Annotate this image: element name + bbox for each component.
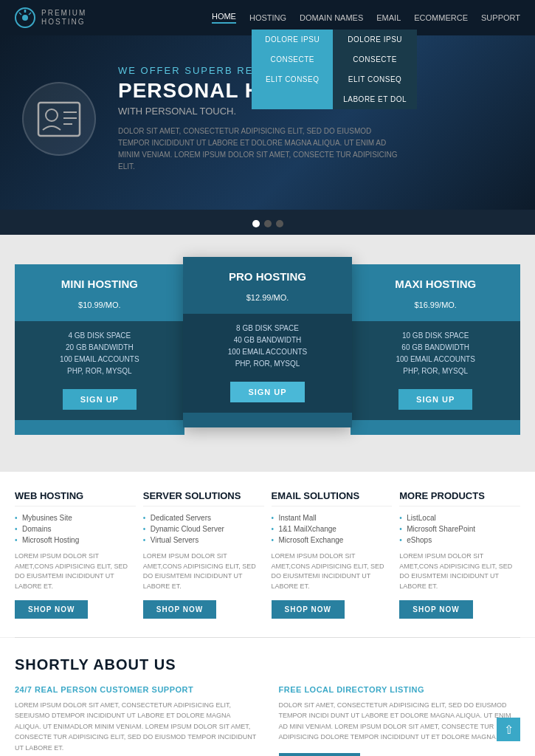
dropdown-item-3[interactable]: ELIT CONSEQ	[252, 69, 333, 89]
mini-name: MINI HOSTING	[22, 278, 177, 290]
more-desc: LOREM IPSUM DOLOR SIT AMET,CONS ADIPISIC…	[399, 551, 520, 591]
nav-ecommerce[interactable]: ECOMMERCE	[414, 13, 468, 22]
hero-description: DOLOR SIT AMET, CONSECTETUR ADIPISICING …	[118, 126, 398, 173]
id-card-icon	[37, 99, 81, 140]
mini-feat-2: 20 GB BANDWIDTH	[22, 343, 177, 351]
dropdown-sec-item-3[interactable]: ELIT CONSEQ	[333, 69, 417, 89]
nav-home[interactable]: HOME	[212, 12, 236, 24]
navbar: PREMIUM HOSTING HOME HOSTING DOMAIN NAME…	[0, 0, 535, 35]
about-col-support: 24/7 REAL PERSON CUSTOMER SUPPORT LOREM …	[15, 685, 257, 756]
pro-signup-button[interactable]: SIGN UP	[230, 382, 304, 402]
dropdown-item-2[interactable]: CONSECTE	[252, 49, 333, 69]
mini-feat-3: 100 EMAIL ACCOUNTS	[22, 355, 177, 363]
pricing-card-maxi: MAXI HOSTING $16.99/MO. 10 GB DISK SPACE…	[351, 264, 520, 435]
pro-name: PRO HOSTING	[190, 270, 345, 283]
dot-2[interactable]	[264, 220, 272, 227]
logo-text: PREMIUM HOSTING	[41, 9, 86, 27]
maxi-name: MAXI HOSTING	[358, 278, 513, 290]
pricing-grid: MINI HOSTING $10.99/MO. 4 GB DISK SPACE …	[15, 264, 520, 435]
pro-price: $12.99/MO.	[190, 286, 345, 305]
dropdown-sec-item-2[interactable]: CONSECTE	[333, 49, 417, 69]
pricing-section: MINI HOSTING $10.99/MO. 4 GB DISK SPACE …	[0, 250, 535, 457]
email-list: Instant Mall 1&1 MailXchange Microsoft E…	[272, 514, 393, 544]
web-hosting-title: WEB HOSTING	[15, 490, 136, 506]
dot-1[interactable]	[252, 220, 260, 227]
email-item-3: Microsoft Exchange	[272, 536, 393, 544]
about-directory-text: DOLOR SIT AMET, CONSECTETUR ADIPISICING …	[279, 700, 521, 743]
server-title: SERVER SOLUTIONS	[143, 490, 264, 506]
maxi-feat-3: 100 EMAIL ACCOUNTS	[358, 355, 513, 363]
feature-email-solutions: EMAIL SOLUTIONS Instant Mall 1&1 MailXch…	[272, 490, 393, 619]
web-item-1: Mybusines Site	[15, 514, 136, 522]
about-directory-title: FREE LOCAL DIRECTORY LISTING	[279, 685, 521, 694]
directory-read-more-button[interactable]: READ MORE	[279, 753, 360, 756]
more-list: ListLocal Microsoft SharePoint eShops	[399, 514, 520, 544]
more-item-1: ListLocal	[399, 514, 520, 522]
logo[interactable]: PREMIUM HOSTING	[15, 7, 86, 28]
mini-feat-1: 4 GB DISK SPACE	[22, 331, 177, 340]
feature-web-hosting: WEB HOSTING Mybusines Site Domains Micro…	[15, 490, 136, 619]
feature-more-products: MORE PRODUCTS ListLocal Microsoft ShareP…	[399, 490, 520, 619]
dropdown-sec-item-4[interactable]: LABORE ET DOL	[333, 89, 417, 109]
web-item-3: Microsoft Hosting	[15, 536, 136, 544]
maxi-feat-1: 10 GB DISK SPACE	[358, 331, 513, 340]
maxi-signup-button[interactable]: SIGN UP	[398, 389, 472, 410]
nav-domain[interactable]: DOMAIN NAMES	[300, 13, 363, 22]
svg-point-3	[46, 109, 58, 121]
pro-feat-1: 8 GB DISK SPACE	[190, 324, 345, 332]
web-item-2: Domains	[15, 525, 136, 533]
hero-illustration	[22, 82, 96, 156]
features-grid: WEB HOSTING Mybusines Site Domains Micro…	[15, 490, 520, 619]
email-shop-button[interactable]: SHOP NOW	[272, 600, 345, 619]
dropdown-primary: DOLORE IPSU CONSECTE ELIT CONSEQ	[252, 30, 333, 109]
logo-icon	[15, 7, 35, 28]
more-item-3: eShops	[399, 536, 520, 544]
nav-email[interactable]: EMAIL	[376, 13, 401, 22]
web-hosting-list: Mybusines Site Domains Microsoft Hosting	[15, 514, 136, 544]
svg-rect-2	[38, 103, 80, 136]
maxi-feat-4: PHP, ROR, MYSQL	[358, 367, 513, 375]
about-grid: 24/7 REAL PERSON CUSTOMER SUPPORT LOREM …	[15, 685, 520, 756]
web-hosting-desc: LOREM IPSUM DOLOR SIT AMET,CONS ADIPISIC…	[15, 551, 136, 591]
features-section: WEB HOSTING Mybusines Site Domains Micro…	[0, 472, 535, 637]
nav-support[interactable]: SUPPORT	[481, 13, 520, 22]
svg-point-1	[22, 15, 28, 21]
email-item-1: Instant Mall	[272, 514, 393, 522]
pro-feat-4: PHP, ROR, MYSQL	[190, 360, 345, 368]
about-section: SHORTLY ABOUT US 24/7 REAL PERSON CUSTOM…	[0, 638, 535, 756]
more-shop-button[interactable]: SHOP NOW	[399, 600, 472, 619]
pro-features: 8 GB DISK SPACE 40 GB BANDWIDTH 100 EMAI…	[183, 314, 353, 413]
back-to-top-button[interactable]: ⇧	[497, 718, 520, 741]
mini-signup-button[interactable]: SIGN UP	[63, 389, 137, 410]
about-title: SHORTLY ABOUT US	[15, 656, 520, 673]
mini-feat-4: PHP, ROR, MYSQL	[22, 367, 177, 375]
maxi-feat-2: 60 GB BANDWIDTH	[358, 343, 513, 351]
mini-features: 4 GB DISK SPACE 20 GB BANDWIDTH 100 EMAI…	[15, 321, 184, 420]
email-item-2: 1&1 MailXchange	[272, 525, 393, 533]
maxi-features: 10 GB DISK SPACE 60 GB BANDWIDTH 100 EMA…	[351, 321, 520, 420]
mini-price: $10.99/MO.	[22, 293, 177, 312]
dot-3[interactable]	[276, 220, 283, 227]
email-desc: LOREM IPSUM DOLOR SIT AMET,CONS ADIPISIC…	[272, 551, 393, 591]
dropdown-secondary: DOLORE IPSU CONSECTE ELIT CONSEQ LABORE …	[333, 30, 417, 109]
pro-feat-2: 40 GB BANDWIDTH	[190, 336, 345, 344]
server-shop-button[interactable]: SHOP NOW	[143, 600, 216, 619]
maxi-price: $16.99/MO.	[358, 293, 513, 312]
dropdown-sec-item-1[interactable]: DOLORE IPSU	[333, 30, 417, 49]
about-support-title: 24/7 REAL PERSON CUSTOMER SUPPORT	[15, 685, 257, 694]
pro-feat-3: 100 EMAIL ACCOUNTS	[190, 348, 345, 356]
web-shop-button[interactable]: SHOP NOW	[15, 600, 88, 619]
hero-dots	[0, 210, 535, 235]
pricing-card-mini: MINI HOSTING $10.99/MO. 4 GB DISK SPACE …	[15, 264, 184, 435]
server-item-2: Dynamic Cloud Server	[143, 525, 264, 533]
pricing-card-pro: PRO HOSTING $12.99/MO. 8 GB DISK SPACE 4…	[183, 257, 353, 427]
dropdown-item-1[interactable]: DOLORE IPSU	[252, 30, 333, 49]
nav-hosting[interactable]: HOSTING	[249, 13, 286, 22]
feature-server-solutions: SERVER SOLUTIONS Dedicated Servers Dynam…	[143, 490, 264, 619]
more-title: MORE PRODUCTS	[399, 490, 520, 506]
dropdown-menu: DOLORE IPSU CONSECTE ELIT CONSEQ DOLORE …	[252, 30, 417, 109]
about-support-text: LOREM IPSUM DOLOR SIT AMET, CONSECTETUR …	[15, 700, 257, 753]
server-list: Dedicated Servers Dynamic Cloud Server V…	[143, 514, 264, 544]
server-desc: LOREM IPSUM DOLOR SIT AMET,CONS ADIPISIC…	[143, 551, 264, 591]
more-item-2: Microsoft SharePoint	[399, 525, 520, 533]
